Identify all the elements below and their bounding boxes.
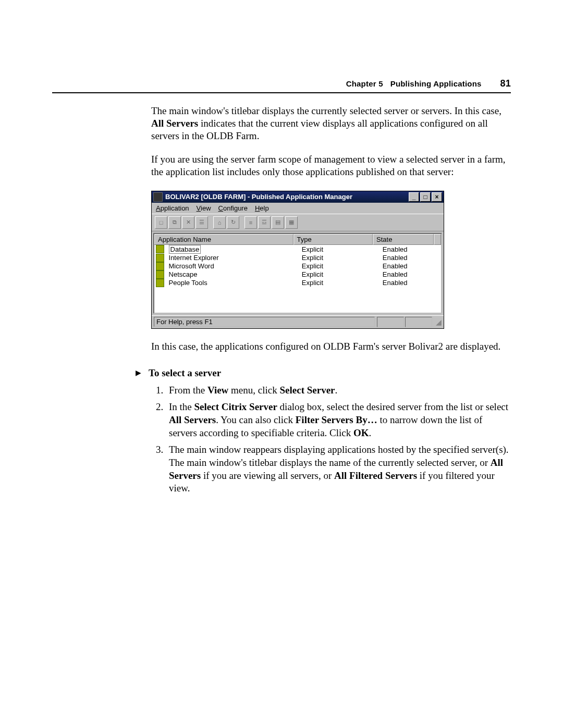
cell-type: Explicit xyxy=(299,254,380,262)
toolbar-grid-icon[interactable]: ▦ xyxy=(285,216,298,229)
table-row[interactable]: People ToolsExplicitEnabled xyxy=(154,279,441,287)
menu-configure[interactable]: Configure xyxy=(218,204,248,212)
toolbar-details-icon[interactable]: ▤ xyxy=(272,216,284,229)
toolbar-list-icon[interactable]: ☲ xyxy=(258,216,271,229)
toolbar-server-icon[interactable]: ⌂ xyxy=(213,216,226,229)
menu-help[interactable]: Help xyxy=(255,204,269,212)
cell-name: People Tools xyxy=(166,279,299,287)
application-list[interactable]: Application Name Type State DatabaseExpl… xyxy=(153,233,442,314)
cell-state: Enabled xyxy=(380,270,441,278)
cell-type: Explicit xyxy=(299,279,380,287)
titlebar[interactable]: BOLIVAR2 [OLDB FARM] - Published Applica… xyxy=(152,191,444,203)
step-1: From the View menu, click Select Server. xyxy=(166,384,511,397)
resize-grip-icon[interactable]: ◢ xyxy=(433,318,442,326)
column-application-name[interactable]: Application Name xyxy=(154,234,293,245)
status-pane xyxy=(377,317,404,327)
statusbar: For Help, press F1 ◢ xyxy=(152,315,444,328)
step-2: In the Select Citrix Server dialog box, … xyxy=(166,401,511,439)
column-state[interactable]: State xyxy=(373,234,434,245)
maximize-button[interactable]: □ xyxy=(420,192,431,202)
menu-application[interactable]: Application xyxy=(156,204,189,212)
body-paragraph-1: The main window's titlebar displays the … xyxy=(151,105,511,142)
step-3: The main window reappears displaying app… xyxy=(166,443,511,495)
toolbar-delete-icon[interactable]: ✕ xyxy=(182,216,194,229)
cell-state: Enabled xyxy=(380,262,441,270)
cell-state: Enabled xyxy=(380,245,441,253)
triangle-icon: ▶ xyxy=(136,368,141,377)
close-button[interactable]: × xyxy=(432,192,442,202)
app-window: BOLIVAR2 [OLDB FARM] - Published Applica… xyxy=(151,191,444,329)
page-header: Chapter 5 Publishing Applications 81 xyxy=(52,78,511,92)
minimize-button[interactable]: _ xyxy=(409,192,419,202)
cell-name: Internet Explorer xyxy=(166,254,299,262)
cell-state: Enabled xyxy=(380,279,441,287)
page-number: 81 xyxy=(500,78,511,89)
cell-type: Explicit xyxy=(299,262,380,270)
toolbar-sort-icon[interactable]: ≡ xyxy=(244,216,257,229)
column-type[interactable]: Type xyxy=(293,234,373,245)
app-item-icon xyxy=(156,254,164,262)
app-item-icon xyxy=(156,279,164,287)
toolbar-new-icon[interactable]: □ xyxy=(155,216,167,229)
toolbar-properties-icon[interactable]: ☰ xyxy=(195,216,208,229)
table-row[interactable]: Microsoft WordExplicitEnabled xyxy=(154,262,441,270)
app-item-icon xyxy=(156,270,164,279)
body-paragraph-3: In this case, the applications configure… xyxy=(151,340,511,353)
procedure-steps: From the View menu, click Select Server.… xyxy=(151,384,511,496)
window-title: BOLIVAR2 [OLDB FARM] - Published Applica… xyxy=(165,193,408,201)
chapter-title: Publishing Applications xyxy=(390,79,482,88)
menubar: Application View Configure Help xyxy=(152,203,444,214)
table-row[interactable]: DatabaseExplicitEnabled xyxy=(154,245,441,254)
cell-type: Explicit xyxy=(299,270,380,278)
status-text: For Help, press F1 xyxy=(154,317,375,327)
header-rule xyxy=(52,92,511,93)
toolbar-copy-icon[interactable]: ⧉ xyxy=(168,216,181,229)
cell-name: Database xyxy=(166,245,299,254)
procedure-heading: ▶ To select a server xyxy=(136,367,511,379)
body-paragraph-2: If you are using the server farm scope o… xyxy=(151,153,511,178)
list-header: Application Name Type State xyxy=(154,234,441,245)
toolbar: □ ⧉ ✕ ☰ ⌂ ↻ ≡ ☲ ▤ ▦ xyxy=(152,214,444,231)
menu-view[interactable]: View xyxy=(197,204,211,212)
cell-name: Microsoft Word xyxy=(166,262,299,270)
cell-type: Explicit xyxy=(299,245,380,253)
status-pane xyxy=(405,317,432,327)
app-item-icon xyxy=(156,245,164,253)
cell-state: Enabled xyxy=(380,254,441,262)
procedure-title: To select a server xyxy=(149,367,221,379)
cell-name: Netscape xyxy=(166,270,299,278)
chapter-label: Chapter 5 xyxy=(346,79,383,88)
table-row[interactable]: Internet ExplorerExplicitEnabled xyxy=(154,254,441,262)
table-row[interactable]: NetscapeExplicitEnabled xyxy=(154,270,441,279)
app-icon xyxy=(153,192,163,202)
toolbar-refresh-icon[interactable]: ↻ xyxy=(227,216,239,229)
app-item-icon xyxy=(156,262,164,270)
